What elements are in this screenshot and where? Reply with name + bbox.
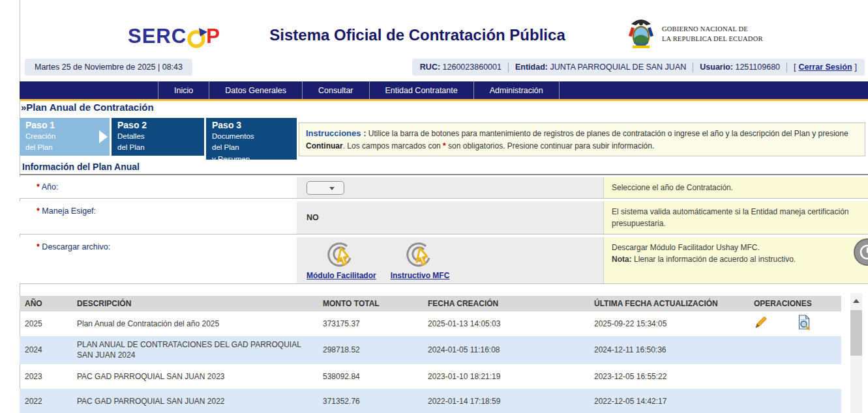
cell-monto: 373175.37 — [318, 311, 423, 336]
cell-description: Plan Anual de Contratación del año 2025 — [72, 311, 318, 336]
nav-item-administracion[interactable]: Administración — [473, 81, 560, 99]
form-row-ano: * Año: Seleccione el año de Contratación… — [20, 177, 868, 199]
page-title: »Plan Anual de Contratación — [21, 102, 154, 113]
cell-monto: 538092.84 — [318, 364, 423, 389]
instructivo-mfc-link[interactable]: Instructivo MFC — [391, 271, 450, 280]
cell-description: PLAN ANUAL DE CONTRATACIONES DEL GAD PAR… — [72, 336, 318, 363]
chevron-down-icon — [329, 187, 335, 190]
col-fecha-creacion: FECHA CREACIÓN — [423, 296, 589, 311]
col-ano: AÑO — [20, 296, 72, 311]
nav-item-inicio[interactable]: Inicio — [158, 81, 209, 99]
step-arrow-icon — [99, 130, 108, 143]
col-operaciones: OPERACIONES — [749, 296, 841, 311]
table-row: 2022 PAC GAD PARROQUIAL SAN JUAN 2022 37… — [20, 389, 841, 413]
instructions-label: Instrucciones : — [306, 128, 366, 138]
section-title: Información del Plan Anual — [20, 162, 868, 175]
ruc-value: 1260023860001 — [443, 63, 501, 72]
scrollbar-thumb[interactable] — [850, 310, 862, 356]
cell-year: 2023 — [20, 364, 72, 389]
entidad-value: JUNTA PARROQUIAL DE SAN JUAN — [550, 63, 686, 72]
edit-plan-button[interactable] — [754, 315, 768, 332]
table-header-row: AÑO DESCRIPCIÓN MONTO TOTAL FECHA CREACI… — [20, 296, 841, 311]
bracket: [ — [794, 63, 796, 72]
clock-icon — [858, 243, 868, 261]
cell-fecha-creacion: 2023-01-10 18:21:19 — [423, 364, 589, 389]
sercop-swirl-icon — [186, 26, 207, 50]
ano-hint: Seleccione el año de Contratación. — [603, 177, 868, 198]
plan-form: * Año: Seleccione el año de Contratación… — [20, 177, 868, 287]
system-title: Sistema Oficial de Contratación Pública — [241, 26, 593, 44]
usuario-label: Usuario: — [700, 63, 733, 72]
pac-table-body: 2025 Plan Anual de Contratación del año … — [20, 311, 841, 413]
main-nav: Inicio Datos Generales Consultar Entidad… — [20, 81, 868, 99]
ruc-label: RUC: — [420, 63, 440, 72]
cell-description: PAC GAD PARROQUIAL SAN JUAN 2023 — [72, 364, 318, 389]
sercop-logo-text: SERC — [128, 25, 187, 48]
table-row: 2024 PLAN ANUAL DE CONTRATACIONES DEL GA… — [20, 336, 841, 363]
cell-fecha-creacion: 2022-01-14 17:18:59 — [423, 389, 589, 413]
nav-item-datos-generales[interactable]: Datos Generales — [209, 81, 302, 99]
pencil-icon — [754, 315, 768, 330]
document-search-icon — [798, 315, 811, 330]
table-row: 2025 Plan Anual de Contratación del año … — [20, 311, 841, 336]
cell-ultima-fecha: 2025-09-22 15:34:05 — [589, 311, 749, 336]
entidad-label: Entidad: — [515, 63, 548, 72]
cell-monto: 371352.76 — [318, 389, 423, 413]
esigef-value: NO — [307, 213, 319, 222]
esigef-label: Maneja Esigef: — [42, 206, 96, 216]
cell-fecha-creacion: 2025-01-13 14:05:03 — [423, 311, 589, 336]
ano-select[interactable] — [307, 181, 344, 195]
table-scrollbar — [850, 293, 862, 413]
bracket: ] — [855, 63, 857, 72]
descargar-label: Descargar archivo: — [42, 242, 110, 251]
logout-link[interactable]: Cerrar Sesión — [799, 63, 852, 72]
nav-item-entidad-contratante[interactable]: Entidad Contratante — [369, 81, 473, 99]
ano-label: Año: — [42, 182, 59, 192]
government-brand: GOBIERNO NACIONAL DE LA REPUBLICA DEL EC… — [626, 17, 763, 51]
app-window: SERC P Sistema Oficial de Contratación P… — [0, 0, 868, 413]
session-bar: RUC: 1260023860001 Entidad: JUNTA PARROQ… — [412, 59, 865, 76]
table-row: 2023 PAC GAD PARROQUIAL SAN JUAN 2023 53… — [20, 364, 841, 389]
col-ultima-fecha: ÚLTIMA FECHA ACTUALIZACIÓN — [589, 296, 749, 311]
separator — [693, 63, 693, 72]
datetime-display: Martes 25 de Noviembre de 2025 | 08:43 — [25, 59, 192, 76]
nota-label: Nota: — [612, 255, 632, 264]
instructions-box: Instrucciones : Utilice la barra de boto… — [299, 122, 865, 156]
view-plan-button[interactable] — [798, 315, 811, 333]
cell-ultima-fecha: 2023-12-05 16:55:22 — [589, 364, 749, 389]
required-star: * — [37, 206, 40, 216]
pac-table: AÑO DESCRIPCIÓN MONTO TOTAL FECHA CREACI… — [20, 296, 841, 413]
ecuador-coat-of-arms-icon — [626, 17, 656, 51]
nav-accent-line — [20, 99, 868, 101]
click-cursor-icon — [406, 242, 434, 270]
click-cursor-icon — [327, 242, 355, 270]
form-row-esigef: * Maneja Esigef: NO El sistema valida au… — [20, 201, 868, 235]
step-1-creacion[interactable]: Paso 1 Creación del Plan — [20, 118, 110, 156]
cell-description: PAC GAD PARROQUIAL SAN JUAN 2022 — [72, 389, 318, 413]
modulo-facilitador-link[interactable]: Módulo Facilitador — [307, 271, 376, 280]
step-3-documentos[interactable]: Paso 3 Documentos del Plan y Resumen — [206, 118, 297, 160]
cell-monto: 298718.52 — [318, 336, 423, 363]
esigef-hint: El sistema valida automáticamente si la … — [603, 201, 868, 234]
sercop-logo: SERC P — [128, 23, 220, 50]
scrollbar-up-button[interactable] — [850, 293, 862, 309]
nav-item-consultar[interactable]: Consultar — [302, 81, 369, 99]
cell-operations — [754, 319, 811, 328]
separator — [786, 63, 787, 72]
sercop-logo-text-p: P — [206, 25, 220, 48]
required-star: * — [37, 242, 40, 251]
cell-year: 2022 — [20, 389, 72, 413]
separator — [508, 63, 509, 72]
instructivo-mfc-download[interactable]: Instructivo MFC — [391, 242, 450, 280]
required-star: * — [37, 182, 40, 192]
step-2-detalles[interactable]: Paso 2 Detalles del Plan — [112, 118, 204, 156]
chevron-up-icon — [853, 299, 860, 303]
cell-ultima-fecha: 2024-12-11 16:50:36 — [589, 336, 749, 363]
usuario-value: 1251109680 — [735, 63, 780, 72]
cell-year: 2024 — [20, 336, 72, 363]
government-text: GOBIERNO NACIONAL DE LA REPUBLICA DEL EC… — [662, 24, 763, 44]
col-monto-total: MONTO TOTAL — [318, 296, 423, 311]
col-descripcion: DESCRIPCIÓN — [72, 296, 318, 311]
modulo-facilitador-download[interactable]: Módulo Facilitador — [307, 242, 376, 280]
cell-fecha-creacion: 2024-01-05 11:16:08 — [423, 336, 589, 363]
